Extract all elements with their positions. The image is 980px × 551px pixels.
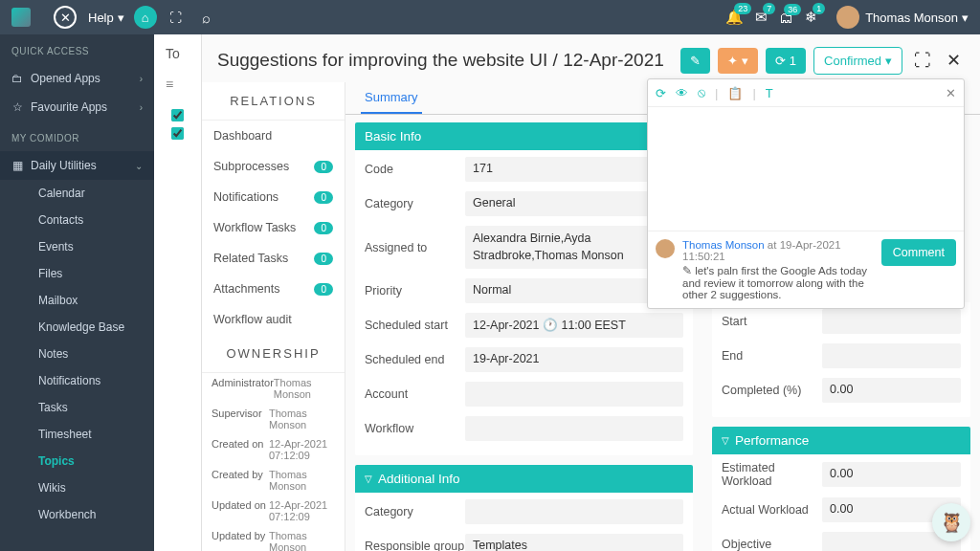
- close-circle-icon[interactable]: ✕: [54, 6, 77, 29]
- sidebar-item-timesheet[interactable]: Timesheet: [0, 421, 154, 448]
- sidebar-item-workbench[interactable]: Workbench: [0, 501, 154, 528]
- sidebar-item-tasks[interactable]: Tasks: [0, 394, 154, 421]
- notif-mail-icon[interactable]: ✉7: [755, 9, 768, 26]
- quick-access-header: QUICK ACCESS: [0, 34, 154, 64]
- ownership-row: Created byThomas Monson: [202, 465, 345, 496]
- sidebar-item-favourite-apps[interactable]: ☆Favourite Apps›: [0, 93, 154, 121]
- sidebar-item-daily-utilities[interactable]: ▦Daily Utilities⌄: [0, 151, 154, 180]
- star-icon: ☆: [11, 100, 23, 114]
- close-icon[interactable]: ✕: [943, 46, 965, 75]
- relation-notifications[interactable]: Notifications0: [202, 182, 345, 212]
- list-pane-title: To: [160, 42, 195, 73]
- refresh-icon[interactable]: ⟳: [656, 86, 666, 100]
- titlebar: Suggestions for improving the website UI…: [202, 34, 980, 82]
- comment-panel: ⟳ 👁 ⦸ | 📋 | T ✕ Thomas Monson at 19-Apr-…: [647, 78, 965, 309]
- comment-close-icon[interactable]: ✕: [946, 86, 956, 100]
- ownership-row: SupervisorThomas Monson: [202, 404, 345, 434]
- relation-subprocesses[interactable]: Subprocesses0: [202, 151, 345, 182]
- chevron-down-icon: ⌄: [135, 161, 143, 171]
- sidebar-item-opened-apps[interactable]: 🗀Opened Apps›: [0, 64, 154, 93]
- relation-attachments[interactable]: Attachments0: [202, 274, 345, 304]
- fullscreen-icon[interactable]: ⛶: [165, 6, 188, 29]
- ownership-row: Updated byThomas Monson: [202, 526, 345, 551]
- pencil-icon: ✎: [682, 265, 692, 276]
- text-icon[interactable]: T: [766, 86, 773, 100]
- sidebar-item-calendar[interactable]: Calendar: [0, 180, 154, 207]
- my-comidor-header: MY COMIDOR: [0, 121, 154, 151]
- relations-title: RELATIONS: [202, 82, 345, 121]
- chevron-right-icon: ›: [140, 74, 143, 84]
- folder-icon: 🗀: [11, 72, 23, 85]
- sidebar-item-notes[interactable]: Notes: [0, 341, 154, 367]
- sidebar-item-mailbox[interactable]: Mailbox: [0, 287, 154, 314]
- left-column: RELATIONS DashboardSubprocesses0Notifica…: [202, 82, 345, 551]
- expand-icon[interactable]: ⛶: [910, 47, 935, 75]
- comment-button[interactable]: Comment: [881, 239, 956, 266]
- sidebar-item-notifications[interactable]: Notifications: [0, 367, 154, 394]
- relation-workflow-audit[interactable]: Workflow audit: [202, 304, 345, 335]
- list-icon[interactable]: ≡: [160, 73, 195, 103]
- comment-textarea[interactable]: [648, 107, 964, 231]
- relation-workflow-tasks[interactable]: Workflow Tasks0: [202, 212, 345, 243]
- notif-misc-icon[interactable]: ❄1: [805, 9, 817, 26]
- notif-bell-icon[interactable]: 🔔23: [725, 9, 744, 26]
- ownership-row: Updated on12-Apr-2021 07:12:09: [202, 496, 345, 526]
- main-content: Suggestions for improving the website UI…: [202, 34, 980, 551]
- workflow-count-button[interactable]: ⟳1: [766, 48, 806, 74]
- status-dropdown[interactable]: Confirmed ▾: [813, 47, 902, 75]
- avatar[interactable]: [836, 6, 859, 29]
- page-title: Suggestions for improving the website UI…: [217, 50, 673, 71]
- list-checkbox[interactable]: [171, 127, 184, 140]
- user-chevron-icon[interactable]: ▾: [962, 11, 969, 25]
- ownership-title: OWNERSHIP: [202, 335, 345, 373]
- relation-related-tasks[interactable]: Related Tasks0: [202, 243, 345, 274]
- clipboard-icon[interactable]: 📋: [727, 86, 743, 100]
- action-menu-button[interactable]: ✦ ▾: [718, 48, 758, 74]
- relation-dashboard[interactable]: Dashboard: [202, 121, 345, 151]
- app-logo[interactable]: [11, 8, 31, 27]
- list-pane: To ≡: [154, 34, 202, 551]
- sidebar: QUICK ACCESS 🗀Opened Apps› ☆Favourite Ap…: [0, 34, 154, 551]
- sidebar-item-topics[interactable]: Topics: [0, 448, 154, 474]
- chevron-right-icon: ›: [140, 102, 143, 113]
- edit-button[interactable]: ✎: [680, 48, 710, 74]
- sidebar-item-files[interactable]: Files: [0, 260, 154, 287]
- list-checkbox[interactable]: [171, 109, 184, 121]
- username[interactable]: Thomas Monson: [865, 11, 958, 25]
- ownership-row: Created on12-Apr-2021 07:12:09: [202, 434, 345, 465]
- notif-archive-icon[interactable]: 🗂36: [779, 10, 793, 26]
- topbar: ✕ Help▾ ⌂ ⛶ ⌕ 🔔23 ✉7 🗂36 ❄1 Thomas Monso…: [0, 0, 980, 34]
- home-icon[interactable]: ⌂: [134, 6, 157, 29]
- search-icon[interactable]: ⌕: [195, 6, 218, 29]
- sidebar-item-contacts[interactable]: Contacts: [0, 207, 154, 233]
- additional-info-header: ▽Additional Info: [355, 465, 693, 493]
- eye-icon[interactable]: 👁: [676, 86, 688, 100]
- eye-off-icon[interactable]: ⦸: [698, 85, 705, 100]
- sidebar-item-events[interactable]: Events: [0, 233, 154, 260]
- comment-avatar: [656, 239, 675, 258]
- tab-summary[interactable]: Summary: [361, 82, 422, 114]
- chat-bot-icon[interactable]: 🦉: [932, 503, 970, 541]
- help-menu[interactable]: Help▾: [88, 11, 124, 25]
- grid-icon: ▦: [11, 159, 23, 172]
- sidebar-item-wikis[interactable]: Wikis: [0, 474, 154, 501]
- basic-info-header: Basic Info: [355, 122, 693, 150]
- ownership-row: AdministratorThomas Monson: [202, 373, 345, 404]
- sidebar-item-knowledge-base[interactable]: Knowledge Base: [0, 314, 154, 341]
- performance-header: ▽Performance: [712, 427, 970, 454]
